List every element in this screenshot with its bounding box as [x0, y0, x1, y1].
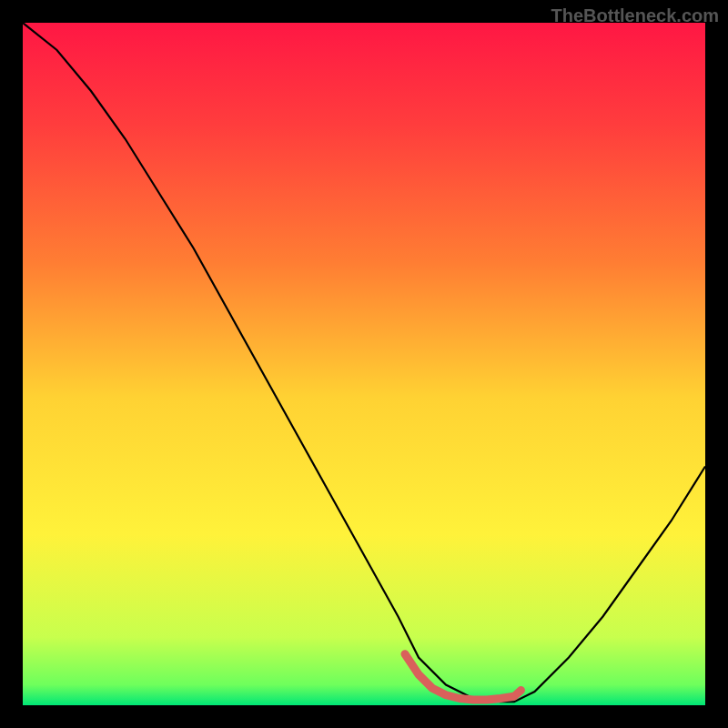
chart-container: [23, 23, 705, 705]
chart-svg: [23, 23, 705, 705]
watermark-text: TheBottleneck.com: [551, 5, 719, 26]
gradient-background: [23, 23, 705, 705]
